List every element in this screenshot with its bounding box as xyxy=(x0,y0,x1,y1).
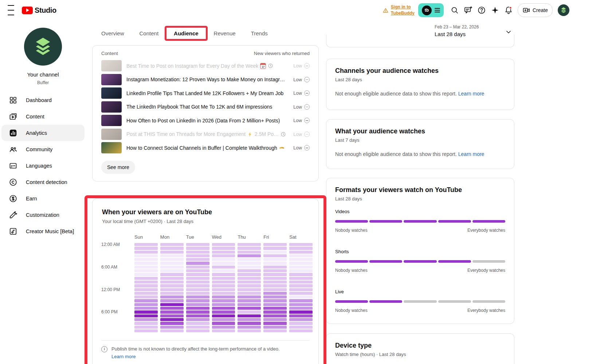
heatmap-cell[interactable] xyxy=(134,262,158,265)
sidebar-item-community[interactable]: Community xyxy=(0,141,86,157)
heatmap-cell[interactable] xyxy=(134,299,158,302)
heatmap-cell[interactable] xyxy=(289,254,313,257)
heatmap-cell[interactable] xyxy=(263,269,287,272)
heatmap-cell[interactable] xyxy=(238,254,261,257)
heatmap-cell[interactable] xyxy=(212,273,235,276)
heatmap-cell[interactable] xyxy=(160,299,184,302)
heatmap-cell[interactable] xyxy=(160,318,184,321)
heatmap-cell[interactable] xyxy=(212,284,235,287)
heatmap-cell[interactable] xyxy=(238,258,261,261)
tab-overview[interactable]: Overview xyxy=(101,30,124,36)
sidebar-item-content-detection[interactable]: Content detection xyxy=(0,174,86,190)
heatmap-cell[interactable] xyxy=(263,326,287,329)
heatmap-cell[interactable] xyxy=(238,303,261,306)
heatmap-cell[interactable] xyxy=(238,247,261,250)
heatmap-cell[interactable] xyxy=(134,266,158,269)
heatmap-cell[interactable] xyxy=(289,284,313,287)
tubebuddy-signin-link[interactable]: Sign in to TubeBuddy xyxy=(383,4,415,16)
heatmap-cell[interactable] xyxy=(289,243,313,246)
table-row[interactable]: LinkedIn Profile Tips That Landed Me 12K… xyxy=(101,86,310,100)
heatmap-cell[interactable] xyxy=(263,310,287,313)
heatmap-cell[interactable] xyxy=(289,266,313,269)
heatmap-cell[interactable] xyxy=(238,288,261,291)
heatmap-cell[interactable] xyxy=(289,292,313,295)
heatmap-cell[interactable] xyxy=(134,326,158,329)
learn-more-link[interactable]: Learn more xyxy=(111,354,136,359)
heatmap-cell[interactable] xyxy=(289,299,313,302)
heatmap-cell[interactable] xyxy=(238,307,261,310)
help-icon[interactable] xyxy=(475,3,489,17)
heatmap-cell[interactable] xyxy=(134,307,158,310)
heatmap-cell[interactable] xyxy=(160,295,184,298)
heatmap-cell[interactable] xyxy=(212,258,235,261)
heatmap-cell[interactable] xyxy=(134,269,158,272)
heatmap-cell[interactable] xyxy=(212,251,235,254)
notifications-bell-icon[interactable] xyxy=(502,3,515,17)
heatmap-cell[interactable] xyxy=(186,310,209,313)
heatmap-cell[interactable] xyxy=(186,299,209,302)
sidebar-item-dashboard[interactable]: Dashboard xyxy=(0,92,86,108)
heatmap-cell[interactable] xyxy=(212,314,235,317)
heatmap-cell[interactable] xyxy=(160,326,184,329)
heatmap-cell[interactable] xyxy=(263,258,287,261)
heatmap-cell[interactable] xyxy=(238,295,261,298)
heatmap-cell[interactable] xyxy=(186,269,209,272)
heatmap-cell[interactable] xyxy=(289,318,313,321)
account-avatar[interactable] xyxy=(558,4,569,16)
heatmap-cell[interactable] xyxy=(263,318,287,321)
heatmap-cell[interactable] xyxy=(263,329,287,332)
heatmap-cell[interactable] xyxy=(212,247,235,250)
heatmap-cell[interactable] xyxy=(212,322,235,325)
heatmap-cell[interactable] xyxy=(263,303,287,306)
heatmap-cell[interactable] xyxy=(238,299,261,302)
heatmap-cell[interactable] xyxy=(212,277,235,280)
heatmap-cell[interactable] xyxy=(134,303,158,306)
tab-content[interactable]: Content xyxy=(140,30,159,36)
heatmap-cell[interactable] xyxy=(186,322,209,325)
table-row[interactable]: How Often to Post on LinkedIn in 2026 (D… xyxy=(101,114,310,128)
sidebar-item-languages[interactable]: Languages xyxy=(0,157,86,174)
heatmap-cell[interactable] xyxy=(186,292,209,295)
heatmap-cell[interactable] xyxy=(238,269,261,272)
heatmap-cell[interactable] xyxy=(160,284,184,287)
heatmap-cell[interactable] xyxy=(289,262,313,265)
heatmap-cell[interactable] xyxy=(186,303,209,306)
heatmap-cell[interactable] xyxy=(263,307,287,310)
heatmap-cell[interactable] xyxy=(289,269,313,272)
heatmap-cell[interactable] xyxy=(160,329,184,332)
heatmap-cell[interactable] xyxy=(160,303,184,306)
heatmap-cell[interactable] xyxy=(212,303,235,306)
heatmap-cell[interactable] xyxy=(212,281,235,283)
heatmap-cell[interactable] xyxy=(263,288,287,291)
heatmap-cell[interactable] xyxy=(160,322,184,325)
youtube-studio-logo[interactable]: Studio xyxy=(22,6,56,15)
heatmap-cell[interactable] xyxy=(212,307,235,310)
heatmap-cell[interactable] xyxy=(186,266,209,269)
heatmap-cell[interactable] xyxy=(238,318,261,321)
tubebuddy-toolbar-button[interactable]: tb xyxy=(418,3,444,17)
see-more-button[interactable]: See more xyxy=(101,161,135,174)
heatmap-cell[interactable] xyxy=(263,243,287,246)
heatmap-cell[interactable] xyxy=(134,273,158,276)
table-row[interactable]: Best Time to Post on Instagram for Every… xyxy=(101,59,310,73)
heatmap-cell[interactable] xyxy=(212,269,235,272)
heatmap-cell[interactable] xyxy=(186,307,209,310)
heatmap-cell[interactable] xyxy=(263,284,287,287)
heatmap-cell[interactable] xyxy=(186,273,209,276)
date-range-filter[interactable]: Feb 23 – Mar 22, 2026 Last 28 days xyxy=(435,24,479,37)
heatmap-cell[interactable] xyxy=(134,277,158,280)
heatmap-cell[interactable] xyxy=(134,284,158,287)
heatmap-cell[interactable] xyxy=(212,318,235,321)
heatmap-cell[interactable] xyxy=(212,329,235,332)
heatmap-cell[interactable] xyxy=(134,295,158,298)
heatmap-cell[interactable] xyxy=(263,277,287,280)
heatmap-cell[interactable] xyxy=(160,247,184,250)
heatmap-cell[interactable] xyxy=(238,281,261,283)
heatmap-cell[interactable] xyxy=(212,295,235,298)
sparkle-icon[interactable] xyxy=(489,3,502,17)
heatmap-cell[interactable] xyxy=(160,254,184,257)
heatmap-cell[interactable] xyxy=(186,326,209,329)
heatmap-cell[interactable] xyxy=(160,251,184,254)
heatmap-cell[interactable] xyxy=(263,254,287,257)
sidebar-item-earn[interactable]: Earn xyxy=(0,190,86,207)
